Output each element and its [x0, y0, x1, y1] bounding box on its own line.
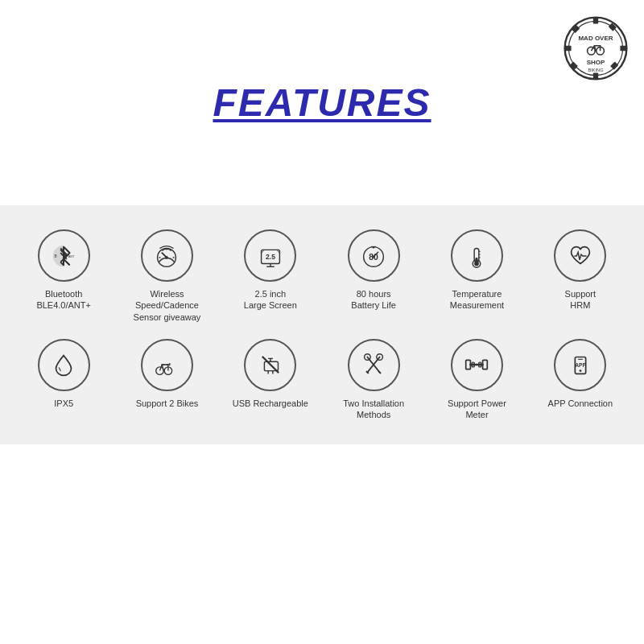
svg-line-54	[163, 365, 164, 371]
svg-rect-71	[466, 361, 471, 369]
svg-text:SHOP: SHOP	[587, 59, 605, 66]
usb-icon-circle	[244, 339, 296, 391]
usb-label: USB Rechargeable	[233, 398, 308, 409]
svg-point-30	[166, 256, 169, 259]
bluetooth-icon-circle: B ANT	[38, 229, 90, 282]
svg-line-68	[367, 372, 369, 374]
temperature-icon-circle	[451, 229, 503, 282]
battery-icon-circle: 80	[348, 229, 400, 282]
feature-battery: 80 80 hoursBattery Life	[326, 229, 421, 323]
svg-text:2.5: 2.5	[266, 252, 275, 260]
svg-point-77	[579, 370, 581, 373]
hrm-label: SupportHRM	[565, 288, 597, 312]
svg-rect-4	[565, 46, 572, 51]
feature-installation: Two InstallationMethods	[326, 339, 421, 421]
feature-bluetooth: B ANT BluetoothBLE4.0/ANT+	[16, 229, 111, 323]
svg-text:B: B	[55, 254, 57, 258]
svg-rect-72	[483, 361, 488, 369]
svg-text:BIKING: BIKING	[588, 68, 604, 72]
svg-rect-5	[620, 46, 626, 51]
logo-badge: MAD OVER SHOP BIKING	[564, 16, 628, 80]
screen-label: 2.5 inchLarge Screen	[244, 288, 297, 312]
installation-icon-circle	[348, 339, 400, 391]
feature-power: Support PowerMeter	[429, 339, 524, 421]
feature-usb: USB Rechargeable	[223, 339, 318, 421]
screen-icon-circle: 2.5	[244, 229, 296, 282]
svg-point-47	[475, 261, 480, 266]
feature-wireless: WirelessSpeed/CadenceSensor giveaway	[119, 229, 214, 323]
svg-text:ANT: ANT	[68, 254, 75, 258]
feature-hrm: SupportHRM	[533, 229, 628, 323]
page-title: FEATURES	[213, 80, 431, 125]
wireless-label: WirelessSpeed/CadenceSensor giveaway	[134, 288, 201, 323]
features-grid: B ANT BluetoothBLE4.0/ANT+	[16, 229, 628, 420]
app-label: APP Connection	[548, 398, 613, 409]
svg-line-51	[59, 368, 60, 371]
ipx5-icon-circle	[38, 339, 90, 391]
features-section: B ANT BluetoothBLE4.0/ANT+	[0, 205, 644, 444]
svg-point-43	[373, 255, 375, 258]
power-icon-circle	[451, 339, 503, 391]
svg-text:APP: APP	[575, 362, 586, 368]
bluetooth-label: BluetoothBLE4.0/ANT+	[36, 288, 91, 312]
svg-line-69	[379, 372, 381, 374]
top-section: FEATURES MAD OVER	[0, 0, 644, 205]
feature-screen: 2.5 2.5 inchLarge Screen	[223, 229, 318, 323]
svg-rect-3	[593, 72, 598, 79]
feature-app: APP APP Connection	[533, 339, 628, 421]
app-icon-circle: APP	[554, 339, 606, 391]
feature-ipx5: IPX5	[16, 339, 111, 421]
bikes-icon-circle	[141, 339, 193, 391]
wireless-icon-circle	[141, 229, 193, 282]
feature-bikes: Support 2 Bikes	[119, 339, 214, 421]
power-label: Support PowerMeter	[448, 398, 506, 421]
hrm-icon-circle	[554, 229, 606, 282]
svg-text:MAD OVER: MAD OVER	[578, 35, 613, 42]
ipx5-label: IPX5	[54, 398, 73, 409]
page-wrapper: FEATURES MAD OVER	[0, 0, 644, 644]
installation-label: Two InstallationMethods	[343, 398, 404, 421]
battery-label: 80 hoursBattery Life	[351, 288, 396, 312]
feature-temperature: TemperatureMeasurement	[429, 229, 524, 323]
temperature-label: TemperatureMeasurement	[450, 288, 504, 312]
svg-rect-2	[593, 18, 598, 24]
svg-line-21	[64, 258, 70, 265]
bikes-label: Support 2 Bikes	[136, 398, 199, 409]
